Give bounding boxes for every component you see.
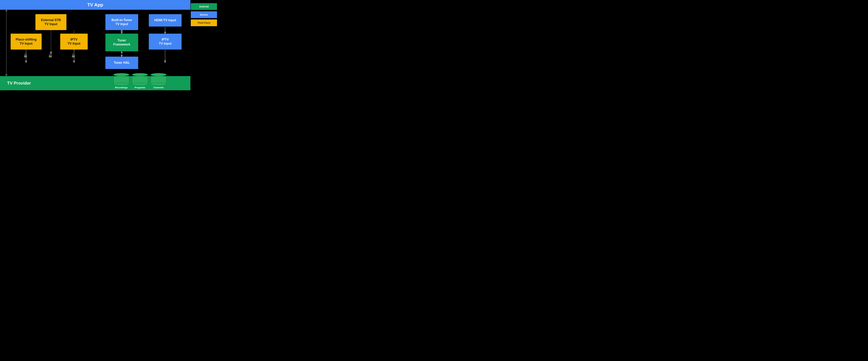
recordings-label: Recordings bbox=[115, 86, 128, 89]
tuner-framework-box: TunerFramework bbox=[105, 34, 138, 51]
vert-arrow-up bbox=[5, 9, 8, 11]
lock-icon-1 bbox=[23, 53, 28, 58]
lock-icon-3 bbox=[71, 53, 76, 58]
legend-android: Android bbox=[191, 3, 217, 10]
iptv-right-box: IPTVTV Input bbox=[149, 34, 182, 50]
lock-icon-2 bbox=[48, 53, 53, 58]
tv-app-title: TV App bbox=[87, 2, 103, 8]
legend-third-party: Third Party bbox=[191, 20, 217, 26]
ext-stb-box: External STBTV Input bbox=[35, 14, 66, 30]
svg-point-12 bbox=[25, 56, 26, 57]
vert-arrow-down bbox=[5, 74, 8, 76]
programs-cylinder: Programs bbox=[132, 73, 148, 89]
channels-label: Channels bbox=[153, 86, 164, 89]
svg-point-14 bbox=[50, 56, 51, 57]
programs-label: Programs bbox=[135, 86, 146, 89]
hdmi-box: HDMI TV Input bbox=[149, 14, 182, 27]
tv-app-header: TV App bbox=[0, 0, 190, 10]
builtin-tuner-box: Built-in-TunerTV Input bbox=[105, 14, 138, 30]
place-shifting-box: Place-shiftingTV Input bbox=[11, 34, 42, 50]
vertical-line bbox=[6, 10, 6, 76]
tv-provider-title: TV Provider bbox=[7, 81, 31, 86]
channels-cylinder: Channels bbox=[151, 73, 166, 89]
recordings-cylinder: Recordings bbox=[113, 73, 129, 89]
tuner-hal-box: Tuner HAL bbox=[105, 57, 138, 69]
legend: Android Device Third Party bbox=[191, 3, 217, 26]
legend-device: Device bbox=[191, 11, 217, 18]
svg-point-16 bbox=[73, 56, 74, 57]
iptv-left-box: IPTVTV Input bbox=[60, 34, 88, 50]
